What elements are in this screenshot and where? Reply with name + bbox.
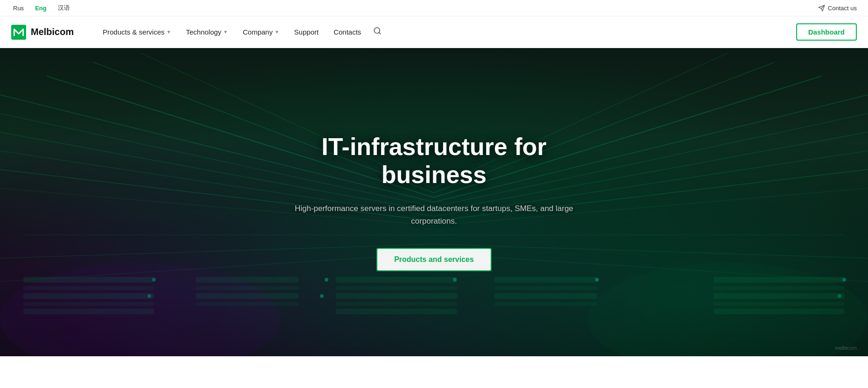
nav-contacts[interactable]: Contacts (327, 24, 368, 40)
search-icon (373, 27, 382, 35)
contact-us-label: Contact us (828, 5, 857, 12)
chevron-down-icon: ▼ (275, 29, 279, 35)
nav-contacts-label: Contacts (333, 28, 361, 36)
svg-rect-45 (494, 293, 597, 299)
svg-rect-38 (336, 277, 457, 282)
watermark: melbicom (835, 345, 857, 351)
nav-products-services-label: Products & services (103, 28, 165, 36)
svg-rect-44 (494, 286, 597, 290)
lang-eng[interactable]: Eng (33, 3, 49, 13)
send-icon (818, 5, 825, 12)
svg-rect-43 (494, 277, 597, 282)
svg-point-55 (320, 294, 324, 298)
svg-rect-40 (336, 293, 457, 299)
navbar: Melbicom Products & services ▼ Technolog… (0, 16, 868, 48)
hero-subtitle: High-performance servers in certified da… (280, 202, 588, 227)
svg-rect-39 (336, 286, 457, 290)
hero-cta-button[interactable]: Products and services (376, 248, 492, 271)
lang-cn[interactable]: 汉语 (56, 3, 72, 13)
chevron-down-icon: ▼ (223, 29, 228, 35)
language-switcher: Rus Eng 汉语 (11, 3, 72, 13)
nav-support[interactable]: Support (288, 24, 326, 40)
nav-support-label: Support (294, 28, 319, 36)
lang-rus[interactable]: Rus (11, 3, 26, 13)
hero-title: IT-infrastructure for business (280, 133, 588, 189)
svg-rect-46 (494, 302, 597, 306)
nav-technology-label: Technology (186, 28, 222, 36)
hero-section: IT-infrastructure for business High-perf… (0, 48, 868, 356)
top-bar: Rus Eng 汉语 Contact us (0, 0, 868, 16)
dashboard-button[interactable]: Dashboard (796, 23, 857, 41)
nav-company[interactable]: Company ▼ (236, 24, 286, 40)
search-button[interactable] (369, 23, 385, 41)
logo-text: Melbicom (31, 27, 74, 37)
nav-company-label: Company (243, 28, 273, 36)
contact-us-link[interactable]: Contact us (818, 5, 857, 12)
svg-point-56 (453, 278, 457, 282)
nav-links: Products & services ▼ Technology ▼ Compa… (96, 23, 796, 41)
logo-icon (11, 25, 26, 40)
nav-products-services[interactable]: Products & services ▼ (96, 24, 177, 40)
svg-point-58 (842, 278, 846, 282)
svg-rect-41 (336, 302, 457, 306)
logo[interactable]: Melbicom (11, 25, 74, 40)
nav-technology[interactable]: Technology ▼ (180, 24, 235, 40)
svg-rect-2 (11, 25, 26, 40)
svg-line-4 (379, 32, 381, 34)
svg-rect-42 (336, 309, 457, 314)
svg-point-57 (595, 278, 599, 282)
svg-point-54 (325, 278, 328, 282)
hero-content: IT-infrastructure for business High-perf… (271, 133, 597, 271)
chevron-down-icon: ▼ (167, 29, 171, 35)
